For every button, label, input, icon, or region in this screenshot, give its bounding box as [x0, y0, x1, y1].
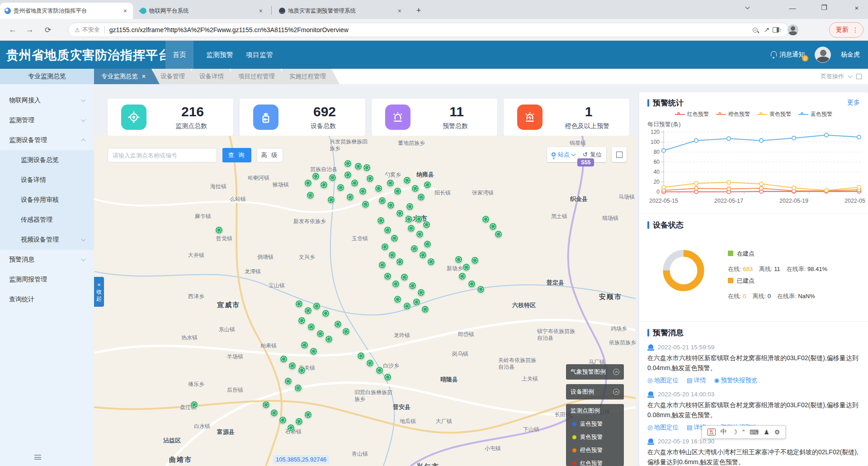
expand-icon[interactable] — [856, 74, 862, 79]
map-marker[interactable] — [359, 187, 367, 195]
map-marker[interactable] — [407, 224, 415, 232]
forward-button[interactable]: → — [24, 24, 36, 36]
map-marker[interactable] — [337, 184, 344, 191]
ime-icon-5[interactable]: ♟ — [764, 428, 769, 436]
ime-toolbar[interactable]: 五中☽”⌨♟⚙ — [702, 425, 786, 439]
map-marker[interactable] — [424, 240, 431, 248]
advanced-button[interactable]: 高 级 — [257, 148, 283, 162]
nav-home[interactable]: 首页 — [165, 41, 193, 69]
sidebar-item-warning-messages[interactable]: 预警消息 — [0, 250, 94, 270]
map-marker[interactable] — [312, 172, 320, 180]
window-restore-button[interactable]: ❐ — [814, 0, 835, 15]
map-marker[interactable] — [417, 289, 425, 296]
tab-ops-chevron-icon[interactable] — [848, 74, 853, 78]
chart-legend-item[interactable]: 黄色预警 — [757, 110, 791, 118]
map-marker[interactable] — [325, 335, 333, 343]
ime-icon-1[interactable]: 中 — [721, 428, 727, 436]
map-marker[interactable] — [387, 179, 394, 187]
tab3-close-icon[interactable]: × — [396, 7, 403, 14]
search-button[interactable]: 查 询 — [222, 148, 251, 162]
tab1-close-icon[interactable]: × — [122, 7, 128, 14]
map-marker[interactable] — [346, 193, 354, 201]
map-marker[interactable] — [304, 179, 312, 187]
map-marker[interactable] — [287, 424, 295, 432]
map-marker[interactable] — [295, 418, 303, 425]
map-marker[interactable] — [307, 323, 315, 331]
map-marker[interactable] — [378, 197, 386, 204]
map-marker[interactable] — [320, 181, 328, 189]
map-marker[interactable] — [366, 175, 374, 182]
worktab-device-management[interactable]: 设备管理 — [153, 69, 198, 84]
map-marker[interactable] — [280, 355, 288, 363]
map-marker[interactable] — [316, 330, 324, 338]
sidebar-item-device-management[interactable]: 监测设备管理 — [0, 130, 94, 150]
map-fullscreen-button[interactable] — [612, 147, 627, 162]
map-marker[interactable] — [294, 384, 302, 392]
map-marker[interactable] — [489, 223, 497, 230]
device-legend-box[interactable]: 设备图例 — [566, 384, 624, 399]
map-marker[interactable] — [279, 416, 287, 424]
map-marker[interactable] — [215, 226, 223, 234]
map-marker[interactable] — [334, 320, 342, 328]
map-marker[interactable] — [405, 215, 413, 223]
map-marker[interactable] — [387, 201, 395, 209]
browser-update-button[interactable]: 更新 ⋮ — [829, 22, 863, 38]
map-marker[interactable] — [417, 193, 425, 201]
tab2-close-icon[interactable]: × — [258, 7, 264, 14]
map-marker[interactable] — [190, 401, 198, 409]
map-marker[interactable] — [310, 347, 317, 355]
map-marker[interactable] — [410, 245, 418, 252]
map-marker[interactable] — [406, 203, 414, 210]
user-avatar[interactable] — [815, 47, 831, 63]
map-marker[interactable] — [270, 409, 278, 417]
ime-icon-4[interactable]: ⌨ — [750, 428, 759, 436]
map-marker[interactable] — [344, 160, 352, 167]
address-bar[interactable]: ⚠不安全 gz1155.cn/xzlframe?http%3A%2F%2Fwww… — [68, 23, 789, 37]
map-marker[interactable] — [304, 307, 312, 314]
map-marker[interactable] — [482, 215, 490, 223]
user-name[interactable]: 杨金虎 — [841, 51, 860, 59]
map-marker[interactable] — [362, 200, 369, 208]
side-panel-icon[interactable] — [769, 24, 782, 36]
map-marker[interactable] — [394, 187, 401, 195]
map-marker[interactable] — [375, 185, 382, 192]
sidebar-item-weekly-report[interactable]: 监测周报管理 — [0, 270, 94, 290]
map-marker[interactable] — [423, 221, 430, 228]
nav-monitor-warning[interactable]: 监测预警 — [199, 41, 241, 69]
chart-legend-item[interactable]: 红色预警 — [675, 110, 709, 118]
map-marker[interactable] — [284, 377, 292, 385]
sidebar-item-monitor-management[interactable]: 监测管理 — [0, 110, 94, 130]
map-marker[interactable] — [307, 191, 314, 199]
map-marker[interactable] — [288, 362, 296, 370]
map-marker[interactable] — [409, 282, 416, 290]
map-marker[interactable] — [313, 302, 321, 310]
map-marker[interactable] — [477, 285, 485, 293]
map-marker[interactable] — [401, 273, 408, 281]
search-input[interactable] — [108, 148, 217, 162]
worktab-project-process[interactable]: 项目过程管理 — [231, 69, 288, 84]
sidebar-item-device-overview[interactable]: 监测设备总览 — [0, 150, 94, 170]
map-marker[interactable] — [327, 196, 335, 204]
worktab-device-detail[interactable]: 设备详情 — [192, 69, 237, 84]
tab-search-button[interactable] — [737, 0, 758, 15]
zoom-out-icon[interactable] — [753, 26, 758, 34]
browser-menu-dots-icon[interactable]: ⋮ — [852, 26, 859, 33]
reload-button[interactable]: ⟳ — [42, 24, 54, 36]
map-marker[interactable] — [376, 366, 383, 374]
url-text[interactable]: gz1155.cn/xzlframe?http%3A%2F%2Fwww.gz11… — [109, 26, 746, 33]
sidebar-item-video-device[interactable]: 视频设备管理 — [0, 230, 94, 250]
reset-button[interactable]: ↺复位 — [583, 151, 602, 159]
back-button[interactable]: ← — [6, 24, 19, 36]
browser-tab-1[interactable]: 贵州省地质灾害防治指挥平台 × — [0, 3, 133, 19]
map-marker[interactable] — [403, 176, 411, 184]
map-marker[interactable] — [384, 272, 392, 280]
map-marker[interactable] — [301, 341, 308, 349]
map-marker[interactable] — [388, 251, 396, 259]
sidebar-item-iot-access[interactable]: 物联网接入 — [0, 90, 94, 110]
map-marker[interactable] — [403, 302, 411, 310]
map-marker[interactable] — [394, 295, 401, 303]
map-marker[interactable] — [384, 373, 392, 381]
weather-legend-box[interactable]: 气象预警图例 — [566, 364, 624, 380]
sidebar-collapse-tab[interactable]: « 收起 — [94, 277, 104, 307]
window-close-button[interactable]: × — [846, 0, 867, 15]
